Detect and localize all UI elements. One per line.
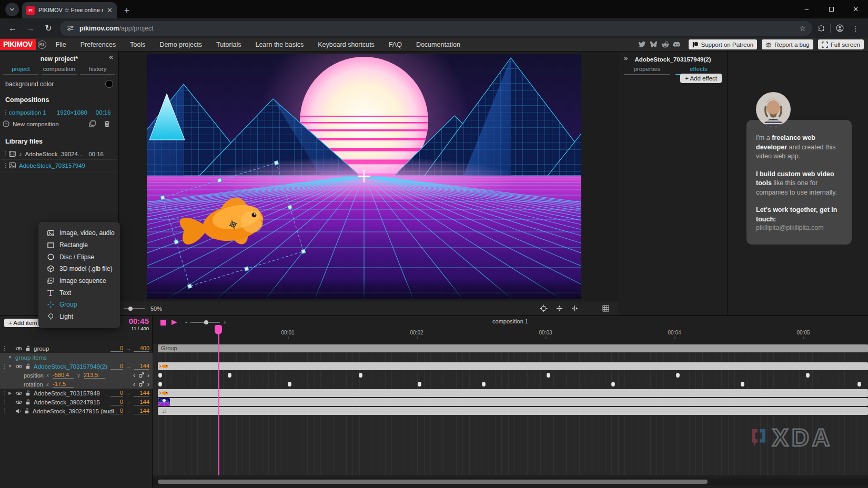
track-lane-adobestock-703157949[interactable] — [153, 389, 868, 398]
reddit-icon[interactable] — [661, 41, 669, 48]
in-out-frames[interactable]: 0→144 — [110, 408, 149, 414]
minimize-icon[interactable]: – — [794, 0, 819, 18]
extensions-icon[interactable] — [817, 25, 825, 32]
add-menu-image-video-audio[interactable]: Image, video, audio — [38, 227, 120, 239]
track-bar[interactable] — [158, 389, 868, 397]
position-x-value[interactable]: -580,4 — [53, 372, 74, 379]
keyframe-dot[interactable] — [611, 382, 615, 387]
align-horizontal-icon[interactable] — [571, 305, 578, 312]
in-out-frames[interactable]: 0→144 — [110, 363, 149, 370]
track-bar[interactable] — [158, 362, 868, 370]
preview-zoom-slider[interactable] — [124, 308, 145, 309]
keyframe-dot[interactable] — [288, 382, 291, 387]
speaker-icon[interactable] — [15, 409, 22, 414]
track-bar[interactable]: Group — [158, 344, 868, 352]
add-item-button[interactable]: + Add item — [4, 319, 42, 327]
background-color-swatch[interactable] — [105, 80, 113, 88]
keyframe-dot[interactable] — [741, 382, 744, 387]
reload-icon[interactable]: ↻ — [42, 23, 55, 33]
menu-preferences[interactable]: Preferences — [80, 41, 116, 48]
track-label-adobestock-390247915[interactable]: ⋮AdobeStock_3902479150→144 — [0, 398, 153, 406]
tab-search-button[interactable] — [5, 3, 19, 16]
menu-learn-the-basics[interactable]: Learn the basics — [255, 41, 304, 48]
support-on-patreon-button[interactable]: Support on Patreon — [689, 39, 758, 49]
library-item-adobestock-703157949[interactable]: ⋮AdobeStock_703157949 — [1, 160, 117, 171]
library-item-adobestock-39024[interactable]: ⋮♪AdobeStock_39024...00:16 — [1, 148, 117, 160]
add-menu-3d-model-glb-file[interactable]: 3D model (.glb file) — [38, 263, 120, 275]
align-vertical-icon[interactable] — [556, 305, 563, 312]
keyframe-dot[interactable] — [158, 373, 162, 378]
eye-icon[interactable] — [15, 346, 23, 351]
keyframe-dot[interactable] — [806, 373, 810, 378]
full-screen-button[interactable]: Full screen — [818, 39, 864, 49]
keyframe-dot[interactable] — [857, 382, 861, 387]
position-y-value[interactable]: 213,5 — [84, 372, 105, 379]
stop-button[interactable] — [160, 320, 166, 326]
rotation-z-value[interactable]: -17,5 — [53, 381, 74, 388]
menu-tutorials[interactable]: Tutorials — [216, 41, 241, 48]
tab-close-icon[interactable]: ✕ — [107, 6, 113, 14]
new-tab-button[interactable]: + — [121, 5, 133, 16]
tab-project[interactable]: project — [3, 66, 38, 75]
keynav-icon[interactable] — [138, 381, 144, 387]
browser-menu-icon[interactable]: ⋮ — [849, 24, 862, 33]
discord-icon[interactable] — [673, 41, 681, 48]
expand-panel-icon[interactable]: » — [624, 54, 628, 62]
timeline-ruler[interactable]: 00:0100:0200:0300:0400:05 — [153, 329, 868, 340]
track-label-adobestock-703157949[interactable]: ⋮▶AdobeStock_7031579490→144 — [0, 389, 153, 398]
add-menu-image-sequence[interactable]: Image sequence — [38, 275, 120, 287]
add-menu-light[interactable]: Light — [38, 311, 120, 323]
track-lane-adobestock-390247915[interactable] — [153, 398, 868, 406]
forward-icon[interactable]: → — [24, 24, 37, 33]
menu-keyboard-shortcuts[interactable]: Keyboard shortcuts — [318, 41, 375, 48]
menu-file[interactable]: File — [56, 41, 66, 48]
keyframe-dot[interactable] — [158, 382, 162, 387]
track-lane-adobestock-390247915-audi[interactable]: ♫ — [153, 406, 868, 415]
track-label-group[interactable]: ⋮group0→400 — [0, 344, 153, 353]
track-label-rotation[interactable]: rotationz-17,5‹› — [0, 380, 153, 389]
composition-name[interactable]: composition 1 — [9, 109, 46, 116]
keyframe-nav[interactable]: ‹› — [133, 381, 149, 388]
track-bar[interactable] — [158, 398, 868, 406]
in-out-frames[interactable]: 0→144 — [110, 390, 149, 396]
drag-handle-icon[interactable]: ⋮ — [3, 109, 6, 116]
track-label-adobestock-390247915-audi[interactable]: ⋮AdobeStock_390247915 (audi...0→144 — [0, 406, 153, 415]
composition-canvas[interactable] — [147, 54, 581, 299]
eye-icon[interactable] — [15, 391, 23, 396]
lock-icon[interactable] — [25, 399, 31, 405]
tab-composition[interactable]: composition — [42, 66, 77, 75]
composition-row[interactable]: ⋮ composition 1 1920×1080 00:16 — [1, 107, 117, 118]
profile-icon[interactable] — [836, 24, 844, 32]
pikimov-logo[interactable]: PIKIMOV — [0, 39, 36, 50]
track-label-group-items[interactable]: ▼group items — [0, 353, 153, 362]
lock-icon[interactable] — [24, 408, 30, 414]
menu-documentation[interactable]: Documentation — [416, 41, 460, 48]
scrollbar-thumb[interactable] — [158, 480, 708, 484]
add-menu-text[interactable]: Text — [38, 287, 120, 299]
duplicate-icon[interactable] — [89, 120, 96, 127]
new-composition-row[interactable]: New composition — [1, 118, 117, 129]
track-label-position[interactable]: positionx-580,4y213,5‹› — [0, 371, 153, 380]
keyframe-dot[interactable] — [418, 382, 421, 387]
bookmark-star-icon[interactable]: ☆ — [799, 24, 806, 33]
track-lane-adobestock-703157949-2[interactable] — [153, 362, 868, 371]
menu-tools[interactable]: Tools — [130, 41, 145, 48]
address-bar[interactable]: pikimov.com/app/project ☆ — [60, 21, 812, 36]
timeline-composition-label[interactable]: composition 1 — [153, 318, 868, 324]
track-lane-position[interactable] — [153, 371, 868, 380]
keyframe-dot[interactable] — [482, 382, 486, 387]
maximize-icon[interactable] — [819, 0, 844, 18]
in-out-frames[interactable]: 0→400 — [110, 345, 149, 352]
lock-icon[interactable] — [25, 363, 31, 369]
add-menu-rectangle[interactable]: Rectangle — [38, 239, 120, 251]
bluesky-icon[interactable] — [650, 41, 658, 48]
lock-icon[interactable] — [25, 345, 31, 351]
developer-email[interactable]: pikilipita@pikilipita.com — [756, 224, 842, 231]
browser-tab[interactable]: PI PIKIMOV ☆ Free online motion ✕ — [22, 2, 117, 18]
timeline-scrollbar[interactable] — [153, 478, 868, 485]
back-icon[interactable]: ← — [6, 24, 19, 33]
menu-faq[interactable]: FAQ — [389, 41, 402, 48]
play-button[interactable] — [171, 320, 177, 325]
eye-icon[interactable] — [15, 364, 23, 369]
track-lane-rotation[interactable] — [153, 380, 868, 389]
